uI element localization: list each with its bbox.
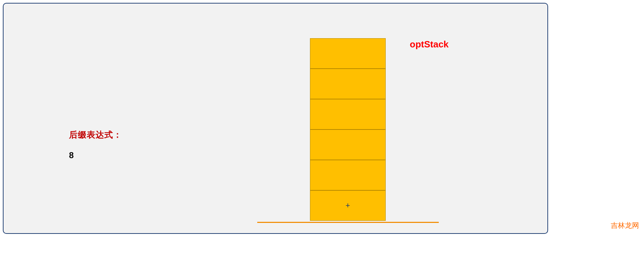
watermark: 吉林龙网	[611, 221, 639, 230]
stack-cell	[310, 129, 386, 160]
postfix-block: 后缀表达式： 8	[69, 129, 122, 160]
stack-cell	[310, 99, 386, 129]
stack-cell	[310, 160, 386, 190]
opt-stack: +	[310, 38, 386, 221]
postfix-value: 8	[69, 150, 122, 160]
stack-cell	[310, 69, 386, 99]
postfix-label: 后缀表达式：	[69, 129, 122, 140]
stack-title: optStack	[410, 39, 449, 50]
stack-cell: +	[310, 190, 386, 221]
diagram-frame: 后缀表达式： 8 optStack +	[3, 3, 548, 234]
stack-cell	[310, 38, 386, 69]
stack-baseline	[257, 222, 439, 223]
